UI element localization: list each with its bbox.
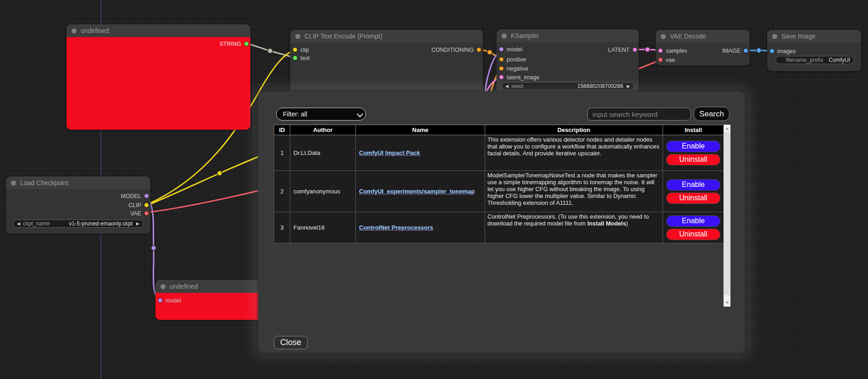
comfyui-canvas[interactable]: undefined STRING CLIP Text Encode (Promp… bbox=[0, 0, 868, 379]
ckpt-name-widget[interactable]: ◀ ckpt_name v1-5-pruned-emaonly.ckpt ▶ bbox=[13, 220, 144, 228]
table-row: 2 comfyanonymous ComfyUI_experiments/sam… bbox=[274, 171, 724, 212]
node-vae-decode[interactable]: VAE Decode samples vae IMAGE bbox=[656, 30, 750, 66]
col-header-name: Name bbox=[356, 125, 485, 135]
enable-button[interactable]: Enable bbox=[666, 215, 720, 227]
extension-manager-dialog: Filter: all Search ID Author Name Descri… bbox=[258, 91, 745, 353]
node-title: KSampler bbox=[511, 32, 539, 39]
node-title: Save Image bbox=[781, 33, 816, 40]
reroute-dot[interactable] bbox=[645, 47, 650, 52]
widget-arrow-left-icon[interactable]: ◀ bbox=[505, 84, 509, 88]
cell-author: Dr.Lt.Data bbox=[290, 135, 356, 171]
node-ksampler[interactable]: KSampler model positive negative latent_… bbox=[497, 29, 639, 96]
uninstall-button[interactable]: Uninstall bbox=[666, 229, 720, 240]
extension-table: ID Author Name Description Install 1 Dr.… bbox=[274, 125, 724, 243]
seed-widget[interactable]: ◀ seed 156680208700286 ▶ bbox=[501, 82, 634, 90]
search-button[interactable]: Search bbox=[694, 107, 730, 121]
output-port-image[interactable] bbox=[744, 49, 748, 53]
uninstall-button[interactable]: Uninstall bbox=[666, 192, 720, 204]
col-header-author: Author bbox=[290, 125, 356, 135]
reroute-dot[interactable] bbox=[217, 171, 222, 176]
scrollbar-down-icon[interactable] bbox=[725, 302, 729, 304]
input-port-positive[interactable] bbox=[499, 57, 503, 61]
collapse-dot-icon[interactable] bbox=[11, 181, 16, 186]
input-port-latent-image[interactable] bbox=[499, 75, 503, 79]
collapse-dot-icon[interactable] bbox=[160, 284, 166, 289]
cell-description: ModelSamplerTonemapNoiseTest a node that… bbox=[485, 171, 663, 212]
widget-name: seed bbox=[511, 83, 523, 89]
output-port-clip[interactable] bbox=[144, 203, 149, 207]
node-undefined-model[interactable]: undefined model bbox=[155, 280, 263, 320]
input-label: images bbox=[777, 48, 796, 55]
cell-author: comfyanonymous bbox=[290, 171, 356, 212]
output-port-vae[interactable] bbox=[144, 211, 149, 215]
collapse-dot-icon[interactable] bbox=[72, 28, 77, 33]
output-label: STRING bbox=[220, 41, 241, 47]
filter-select[interactable]: Filter: all bbox=[276, 108, 366, 121]
input-port-text[interactable] bbox=[293, 56, 297, 60]
cell-description: ControlNet Preprocessors. (To use this e… bbox=[485, 212, 663, 243]
widget-value: 156680208700286 bbox=[577, 83, 623, 89]
table-header-row: ID Author Name Description Install bbox=[274, 125, 724, 135]
output-label: MODEL bbox=[121, 193, 141, 199]
table-scrollbar[interactable] bbox=[724, 125, 730, 307]
reroute-dot[interactable] bbox=[268, 49, 273, 54]
input-port-samples[interactable] bbox=[658, 49, 663, 53]
node-title-bar[interactable]: CLIP Text Encode (Prompt) bbox=[290, 30, 483, 43]
collapse-dot-icon[interactable] bbox=[661, 34, 666, 39]
node-title-bar[interactable]: Load Checkpoint bbox=[6, 176, 150, 189]
uninstall-button[interactable]: Uninstall bbox=[666, 154, 720, 165]
input-port-images[interactable] bbox=[770, 49, 774, 53]
input-port-clip[interactable] bbox=[293, 48, 297, 52]
node-title: undefined bbox=[170, 283, 198, 290]
widget-arrow-right-icon[interactable]: ▶ bbox=[627, 84, 630, 88]
output-label: IMAGE bbox=[722, 48, 741, 54]
filename-prefix-widget[interactable]: filename_prefix ComfyUI bbox=[775, 56, 854, 64]
enable-button[interactable]: Enable bbox=[666, 141, 720, 152]
reroute-dot[interactable] bbox=[151, 246, 156, 251]
extension-link[interactable]: ComfyUI_experiments/sampler_tonemap bbox=[359, 188, 475, 195]
widget-name: filename_prefix bbox=[786, 57, 823, 63]
output-port-conditioning[interactable] bbox=[477, 48, 481, 52]
extension-link[interactable]: ComfyUI Impact Pack bbox=[359, 149, 420, 156]
search-input[interactable] bbox=[587, 108, 691, 121]
reroute-dot[interactable] bbox=[487, 50, 492, 55]
table-row: 1 Dr.Lt.Data ComfyUI Impact Pack This ex… bbox=[274, 135, 724, 171]
output-port-latent[interactable] bbox=[633, 48, 637, 52]
input-label: latent_image bbox=[507, 74, 540, 81]
widget-arrow-right-icon[interactable]: ▶ bbox=[136, 222, 139, 226]
input-port-vae[interactable] bbox=[658, 58, 663, 62]
node-title-bar[interactable]: VAE Decode bbox=[656, 30, 750, 43]
enable-button[interactable]: Enable bbox=[666, 179, 720, 191]
node-title-bar[interactable]: undefined bbox=[155, 280, 263, 293]
widget-value: ComfyUI bbox=[829, 57, 850, 63]
node-title-bar[interactable]: Save Image bbox=[767, 30, 861, 43]
collapse-dot-icon[interactable] bbox=[772, 34, 777, 39]
reroute-dot[interactable] bbox=[757, 48, 762, 53]
extension-link[interactable]: ControlNet Preprocessors bbox=[359, 224, 433, 231]
input-label: model bbox=[507, 46, 522, 53]
node-title: VAE Decode bbox=[670, 33, 706, 40]
output-port-model[interactable] bbox=[144, 194, 149, 198]
collapse-dot-icon[interactable] bbox=[502, 33, 507, 38]
input-port-model[interactable] bbox=[499, 47, 503, 51]
input-port-model[interactable] bbox=[158, 298, 162, 302]
col-header-id: ID bbox=[274, 125, 290, 135]
table-row: 3 Fannovel16 ControlNet Preprocessors Co… bbox=[274, 212, 724, 243]
node-undefined-string[interactable]: undefined STRING bbox=[66, 24, 250, 130]
col-header-description: Description bbox=[485, 125, 663, 135]
node-title-bar[interactable]: KSampler bbox=[497, 29, 639, 42]
output-port-string[interactable] bbox=[244, 42, 249, 46]
cell-id: 2 bbox=[274, 171, 290, 212]
scrollbar-thumb[interactable] bbox=[724, 132, 730, 295]
collapse-dot-icon[interactable] bbox=[295, 34, 300, 39]
close-button[interactable]: Close bbox=[274, 336, 308, 349]
widget-arrow-left-icon[interactable]: ◀ bbox=[17, 222, 20, 226]
node-title-bar[interactable]: undefined bbox=[66, 24, 250, 37]
input-port-negative[interactable] bbox=[499, 66, 503, 71]
node-save-image[interactable]: Save Image images filename_prefix ComfyU… bbox=[767, 30, 861, 71]
input-label: positive bbox=[507, 56, 526, 63]
node-load-checkpoint[interactable]: Load Checkpoint MODEL CLIP VAE ◀ ckpt_na… bbox=[6, 176, 150, 234]
node-title: undefined bbox=[81, 27, 109, 34]
scrollbar-up-icon[interactable] bbox=[725, 127, 729, 130]
widget-value: v1-5-pruned-emaonly.ckpt bbox=[69, 220, 133, 227]
